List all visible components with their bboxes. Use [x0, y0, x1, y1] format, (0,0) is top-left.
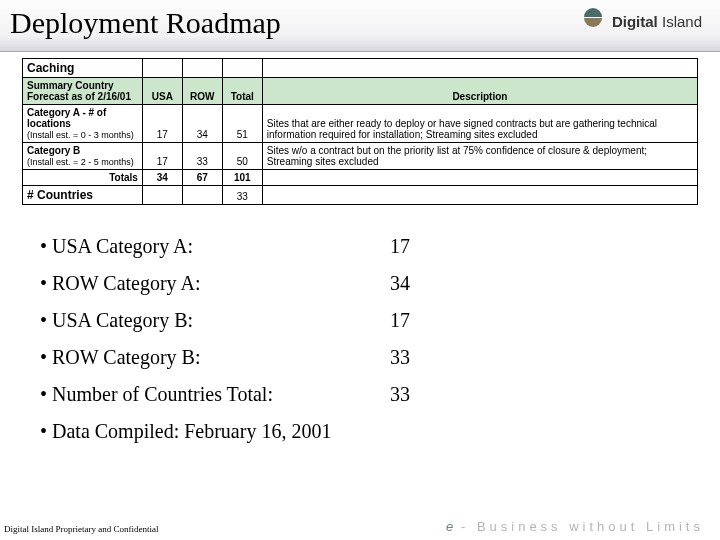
bullet-label: • ROW Category B:	[40, 346, 390, 369]
countries-label: # Countries	[23, 186, 143, 205]
col-row: ROW	[182, 78, 222, 105]
tot-usa: 34	[142, 170, 182, 186]
catB-title: Category B	[27, 145, 80, 156]
table-row: # Countries 33	[23, 186, 698, 205]
col-total: Total	[222, 78, 262, 105]
catB-install: (Install est. = 2 - 5 months)	[27, 157, 134, 167]
list-item: • Number of Countries Total:33	[40, 383, 680, 406]
tot-total: 101	[222, 170, 262, 186]
tagline: e - Business without Limits	[446, 519, 704, 534]
confidential-footer: Digital Island Proprietary and Confident…	[4, 524, 158, 534]
catB-desc: Sites w/o a contract but on the priority…	[262, 143, 697, 170]
catA-label: Category A - # of locations(Install est.…	[23, 105, 143, 143]
table-row: Totals 34 67 101	[23, 170, 698, 186]
table-row: Category A - # of locations(Install est.…	[23, 105, 698, 143]
list-item: • ROW Category B:33	[40, 346, 680, 369]
catA-total: 51	[222, 105, 262, 143]
caching-cell: Caching	[23, 59, 143, 78]
catA-desc: Sites that are either ready to deploy or…	[262, 105, 697, 143]
table-row: Summary Country Forecast as of 2/16/01 U…	[23, 78, 698, 105]
summary-cell: Summary Country Forecast as of 2/16/01	[23, 78, 143, 105]
catB-total: 50	[222, 143, 262, 170]
table-row: Caching	[23, 59, 698, 78]
list-item: • USA Category A:17	[40, 235, 680, 258]
list-item: • USA Category B:17	[40, 309, 680, 332]
brand-lockup: Digital Island	[580, 8, 702, 34]
list-item: • ROW Category A:34	[40, 272, 680, 295]
bullet-label: • USA Category A:	[40, 235, 390, 258]
col-desc: Description	[262, 78, 697, 105]
catB-label: Category B(Install est. = 2 - 5 months)	[23, 143, 143, 170]
totals-label: Totals	[23, 170, 143, 186]
tot-row: 67	[182, 170, 222, 186]
bullet-value: 17	[390, 235, 410, 258]
bullet-label: • ROW Category A:	[40, 272, 390, 295]
slide-header: Deployment Roadmap Digital Island	[0, 0, 720, 52]
brand-rest: Island	[658, 13, 702, 30]
tag-dash: -	[453, 519, 477, 534]
col-usa: USA	[142, 78, 182, 105]
catB-row: 33	[182, 143, 222, 170]
brand-bold: Digital	[612, 13, 658, 30]
catA-usa: 17	[142, 105, 182, 143]
bullet-label: • Number of Countries Total:	[40, 383, 390, 406]
bullet-list: • USA Category A:17 • ROW Category A:34 …	[40, 235, 680, 443]
catA-title: Category A - # of locations	[27, 107, 106, 129]
countries-total: 33	[222, 186, 262, 205]
catB-usa: 17	[142, 143, 182, 170]
tag-rest: Business without Limits	[477, 519, 704, 534]
list-item: • Data Compiled: February 16, 2001	[40, 420, 680, 443]
forecast-table: Caching Summary Country Forecast as of 2…	[22, 58, 698, 205]
bullet-label: • Data Compiled: February 16, 2001	[40, 420, 331, 443]
bullet-value: 33	[390, 383, 410, 406]
brand-text: Digital Island	[612, 13, 702, 30]
table-row: Category B(Install est. = 2 - 5 months) …	[23, 143, 698, 170]
catA-install: (Install est. = 0 - 3 months)	[27, 130, 134, 140]
bullet-value: 33	[390, 346, 410, 369]
bullet-label: • USA Category B:	[40, 309, 390, 332]
catA-row: 34	[182, 105, 222, 143]
digital-island-logo-icon	[580, 8, 606, 34]
bullet-value: 34	[390, 272, 410, 295]
bullet-value: 17	[390, 309, 410, 332]
